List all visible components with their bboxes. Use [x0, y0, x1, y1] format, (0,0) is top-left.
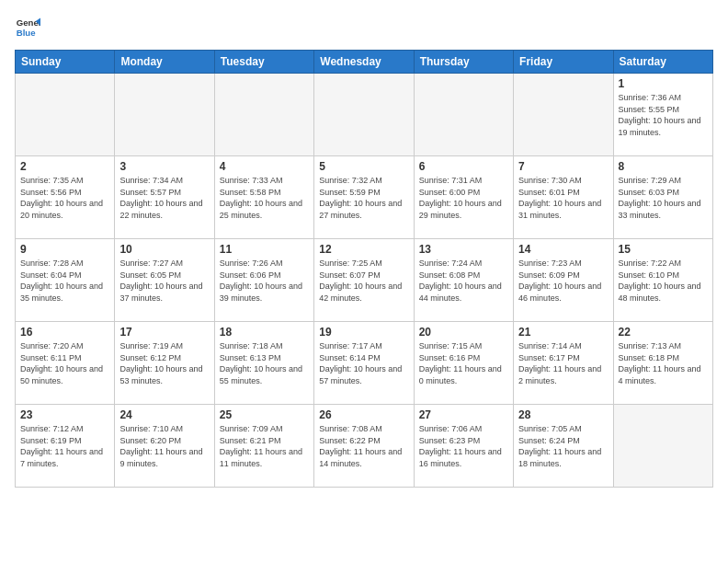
day-cell: [16, 74, 115, 156]
day-cell: 21Sunrise: 7:14 AM Sunset: 6:17 PM Dayli…: [514, 322, 613, 405]
week-row-2: 9Sunrise: 7:28 AM Sunset: 6:04 PM Daylig…: [16, 239, 713, 322]
col-header-tuesday: Tuesday: [214, 51, 313, 74]
day-cell: 11Sunrise: 7:26 AM Sunset: 6:06 PM Dayli…: [214, 239, 313, 322]
day-info: Sunrise: 7:32 AM Sunset: 5:59 PM Dayligh…: [319, 175, 408, 221]
day-number: 20: [419, 326, 508, 339]
col-header-saturday: Saturday: [613, 51, 712, 74]
day-cell: 2Sunrise: 7:35 AM Sunset: 5:56 PM Daylig…: [16, 156, 115, 239]
week-row-3: 16Sunrise: 7:20 AM Sunset: 6:11 PM Dayli…: [16, 322, 713, 405]
col-header-monday: Monday: [115, 51, 214, 74]
week-row-4: 23Sunrise: 7:12 AM Sunset: 6:19 PM Dayli…: [16, 405, 713, 488]
day-number: 23: [20, 408, 109, 421]
day-cell: 19Sunrise: 7:17 AM Sunset: 6:14 PM Dayli…: [314, 322, 414, 405]
day-info: Sunrise: 7:29 AM Sunset: 6:03 PM Dayligh…: [619, 175, 708, 221]
day-cell: 20Sunrise: 7:15 AM Sunset: 6:16 PM Dayli…: [414, 322, 513, 405]
day-info: Sunrise: 7:36 AM Sunset: 5:55 PM Dayligh…: [619, 92, 708, 138]
day-number: 24: [119, 408, 209, 421]
day-info: Sunrise: 7:20 AM Sunset: 6:11 PM Dayligh…: [20, 340, 109, 386]
day-number: 4: [220, 160, 309, 173]
day-info: Sunrise: 7:18 AM Sunset: 6:13 PM Dayligh…: [220, 340, 309, 386]
day-number: 25: [220, 408, 309, 421]
day-cell: 22Sunrise: 7:13 AM Sunset: 6:18 PM Dayli…: [613, 322, 712, 405]
week-row-1: 2Sunrise: 7:35 AM Sunset: 5:56 PM Daylig…: [16, 156, 713, 239]
day-number: 1: [619, 77, 708, 90]
day-number: 10: [119, 243, 209, 256]
day-info: Sunrise: 7:24 AM Sunset: 6:08 PM Dayligh…: [419, 258, 508, 304]
header-row: SundayMondayTuesdayWednesdayThursdayFrid…: [16, 51, 713, 74]
day-info: Sunrise: 7:14 AM Sunset: 6:17 PM Dayligh…: [518, 340, 608, 386]
day-number: 13: [419, 243, 508, 256]
day-number: 14: [518, 243, 608, 256]
logo-icon: General Blue: [15, 15, 40, 40]
day-number: 7: [518, 160, 608, 173]
day-info: Sunrise: 7:34 AM Sunset: 5:57 PM Dayligh…: [119, 175, 209, 221]
svg-text:Blue: Blue: [17, 28, 36, 38]
svg-text:General: General: [17, 17, 40, 28]
day-cell: 25Sunrise: 7:09 AM Sunset: 6:21 PM Dayli…: [214, 405, 313, 488]
col-header-sunday: Sunday: [16, 51, 115, 74]
day-info: Sunrise: 7:26 AM Sunset: 6:06 PM Dayligh…: [220, 258, 309, 304]
page-header: General Blue: [15, 15, 713, 40]
day-info: Sunrise: 7:06 AM Sunset: 6:23 PM Dayligh…: [419, 423, 508, 469]
day-number: 5: [319, 160, 408, 173]
day-number: 16: [20, 326, 109, 339]
day-info: Sunrise: 7:23 AM Sunset: 6:09 PM Dayligh…: [518, 258, 608, 304]
day-cell: 23Sunrise: 7:12 AM Sunset: 6:19 PM Dayli…: [16, 405, 115, 488]
day-cell: 18Sunrise: 7:18 AM Sunset: 6:13 PM Dayli…: [214, 322, 313, 405]
day-cell: 10Sunrise: 7:27 AM Sunset: 6:05 PM Dayli…: [115, 239, 214, 322]
day-cell: 3Sunrise: 7:34 AM Sunset: 5:57 PM Daylig…: [115, 156, 214, 239]
day-info: Sunrise: 7:19 AM Sunset: 6:12 PM Dayligh…: [119, 340, 209, 386]
day-number: 18: [220, 326, 309, 339]
day-cell: [414, 74, 513, 156]
day-info: Sunrise: 7:27 AM Sunset: 6:05 PM Dayligh…: [119, 258, 209, 304]
day-number: 22: [619, 326, 708, 339]
day-cell: 27Sunrise: 7:06 AM Sunset: 6:23 PM Dayli…: [414, 405, 513, 488]
day-cell: 8Sunrise: 7:29 AM Sunset: 6:03 PM Daylig…: [613, 156, 712, 239]
logo: General Blue: [15, 15, 40, 40]
day-number: 8: [619, 160, 708, 173]
day-number: 28: [518, 408, 608, 421]
day-cell: [314, 74, 414, 156]
day-cell: 17Sunrise: 7:19 AM Sunset: 6:12 PM Dayli…: [115, 322, 214, 405]
day-number: 3: [119, 160, 209, 173]
calendar-table: SundayMondayTuesdayWednesdayThursdayFrid…: [15, 50, 713, 488]
day-cell: 6Sunrise: 7:31 AM Sunset: 6:00 PM Daylig…: [414, 156, 513, 239]
day-info: Sunrise: 7:09 AM Sunset: 6:21 PM Dayligh…: [220, 423, 309, 469]
week-row-0: 1Sunrise: 7:36 AM Sunset: 5:55 PM Daylig…: [16, 74, 713, 156]
day-number: 27: [419, 408, 508, 421]
day-info: Sunrise: 7:31 AM Sunset: 6:00 PM Dayligh…: [419, 175, 508, 221]
day-info: Sunrise: 7:15 AM Sunset: 6:16 PM Dayligh…: [419, 340, 508, 386]
day-number: 2: [20, 160, 109, 173]
day-info: Sunrise: 7:30 AM Sunset: 6:01 PM Dayligh…: [518, 175, 608, 221]
day-cell: 24Sunrise: 7:10 AM Sunset: 6:20 PM Dayli…: [115, 405, 214, 488]
day-cell: [514, 74, 613, 156]
day-info: Sunrise: 7:17 AM Sunset: 6:14 PM Dayligh…: [319, 340, 408, 386]
day-number: 26: [319, 408, 408, 421]
day-number: 12: [319, 243, 408, 256]
day-number: 17: [119, 326, 209, 339]
day-number: 19: [319, 326, 408, 339]
day-cell: 5Sunrise: 7:32 AM Sunset: 5:59 PM Daylig…: [314, 156, 414, 239]
day-cell: [613, 405, 712, 488]
day-number: 11: [220, 243, 309, 256]
day-info: Sunrise: 7:28 AM Sunset: 6:04 PM Dayligh…: [20, 258, 109, 304]
day-cell: 26Sunrise: 7:08 AM Sunset: 6:22 PM Dayli…: [314, 405, 414, 488]
day-cell: 16Sunrise: 7:20 AM Sunset: 6:11 PM Dayli…: [16, 322, 115, 405]
day-cell: 15Sunrise: 7:22 AM Sunset: 6:10 PM Dayli…: [613, 239, 712, 322]
day-info: Sunrise: 7:12 AM Sunset: 6:19 PM Dayligh…: [20, 423, 109, 469]
day-number: 9: [20, 243, 109, 256]
day-number: 21: [518, 326, 608, 339]
day-info: Sunrise: 7:33 AM Sunset: 5:58 PM Dayligh…: [220, 175, 309, 221]
day-cell: 14Sunrise: 7:23 AM Sunset: 6:09 PM Dayli…: [514, 239, 613, 322]
day-cell: 4Sunrise: 7:33 AM Sunset: 5:58 PM Daylig…: [214, 156, 313, 239]
day-cell: [214, 74, 313, 156]
day-info: Sunrise: 7:22 AM Sunset: 6:10 PM Dayligh…: [619, 258, 708, 304]
col-header-thursday: Thursday: [414, 51, 513, 74]
col-header-wednesday: Wednesday: [314, 51, 414, 74]
day-cell: 1Sunrise: 7:36 AM Sunset: 5:55 PM Daylig…: [613, 74, 712, 156]
day-number: 15: [619, 243, 708, 256]
day-cell: [115, 74, 214, 156]
day-number: 6: [419, 160, 508, 173]
day-info: Sunrise: 7:05 AM Sunset: 6:24 PM Dayligh…: [518, 423, 608, 469]
day-info: Sunrise: 7:25 AM Sunset: 6:07 PM Dayligh…: [319, 258, 408, 304]
